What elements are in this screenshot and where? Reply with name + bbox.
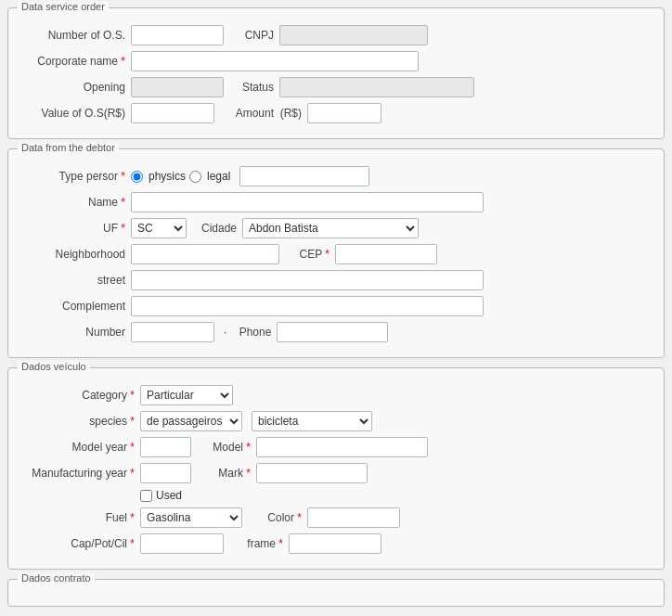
cep-label: CEP * (289, 248, 335, 261)
amount-input[interactable]: 0,00 (307, 103, 381, 123)
street-input[interactable] (131, 270, 484, 290)
debtor-section: Data from the debtor Type persor * physi… (7, 148, 665, 358)
debtor-title: Data from the debtor (18, 142, 119, 153)
row-complement: Complement (19, 296, 653, 316)
opening-label: Opening (19, 81, 131, 94)
row-number-phone: Number · Phone ( ) - (19, 322, 653, 342)
street-label: street (19, 274, 131, 287)
row-fuel-color: Fuel * Gasolina Álcool Flex Diesel Color… (19, 507, 653, 528)
row-value-amount: Value of O.S(R$) 1,00 Amount (R$) 0,00 (19, 103, 653, 123)
model-label: Model * (200, 441, 256, 454)
number-input[interactable] (131, 322, 214, 342)
color-label: Color * (252, 511, 307, 524)
row-name: Name * 2342342 (19, 192, 653, 212)
row-species: species * de passageiros de carga misto … (19, 411, 653, 431)
row-used: Used (19, 489, 653, 502)
corporate-name-input[interactable] (131, 51, 419, 71)
fuel-select[interactable]: Gasolina Álcool Flex Diesel (140, 507, 242, 528)
status-input[interactable]: Cadastro de Ordem de Serviço (279, 77, 474, 97)
fuel-label: Fuel * (19, 511, 140, 524)
number-os-label: Number of O.S. (19, 29, 131, 42)
uf-label: UF * (19, 222, 131, 235)
neighborhood-input[interactable] (131, 244, 279, 264)
model-year-label: Model year * (19, 441, 140, 454)
species-select[interactable]: de passageiros de carga misto (140, 411, 242, 431)
category-label: Category * (19, 389, 140, 402)
value-os-label: Value of O.S(R$) (19, 107, 131, 120)
status-label: Status (233, 81, 279, 94)
row-corporate-name: Corporate name * (19, 51, 653, 71)
name-label: Name * (19, 196, 131, 209)
manufacturing-year-input[interactable]: 2012 (140, 463, 191, 483)
mark-label: Mark * (200, 467, 256, 480)
amount-prefix: (R$) (279, 107, 307, 120)
cnpj-label: CNPJ (233, 29, 279, 42)
contrato-title: Dados contrato (18, 572, 95, 584)
vehicle-section: Dados veículo Category * Particular Come… (7, 367, 665, 570)
phone-input[interactable]: ( ) - (277, 322, 388, 342)
type-person-radio-group: physics legal (131, 170, 230, 183)
uf-select[interactable]: SC SP RJ (131, 218, 187, 238)
number-os-input[interactable] (131, 25, 224, 45)
model-input[interactable]: 234234 (256, 437, 428, 457)
row-street: street (19, 270, 653, 290)
row-number-os: Number of O.S. CNPJ 18.433.638/0001-81 (19, 25, 653, 45)
mark-input[interactable]: 234 (256, 463, 368, 483)
phone-label: Phone (230, 326, 277, 339)
row-uf-cidade: UF * SC SP RJ Cidade Abdon Batista Flori… (19, 218, 653, 238)
used-label: Used (156, 489, 182, 502)
type-person-label: Type persor * (19, 170, 131, 183)
service-order-title: Data service order (18, 1, 109, 12)
color-input[interactable]: 234 (307, 507, 400, 528)
service-order-section: Data service order Number of O.S. CNPJ 1… (7, 7, 665, 139)
cidade-select[interactable]: Abdon Batista Florianópolis (242, 218, 419, 238)
legal-radio[interactable] (189, 171, 201, 183)
cidade-label: Cidade (196, 222, 242, 235)
page: Data service order Number of O.S. CNPJ 1… (0, 0, 672, 616)
frame-input[interactable]: 24324 (289, 533, 381, 554)
row-neighborhood-cep: Neighborhood CEP * 34234-243 (19, 244, 653, 264)
cap-label: Cap/Pot/Cil * (19, 537, 140, 550)
row-cap-frame: Cap/Pot/Cil * 234 frame * 24324 (19, 533, 653, 554)
corporate-name-label: Corporate name * (19, 55, 131, 68)
amount-label: Amount (224, 107, 279, 120)
cnpj-input[interactable]: 18.433.638/0001-81 (279, 25, 428, 45)
used-checkbox[interactable] (140, 490, 152, 502)
complement-label: Complement (19, 300, 131, 313)
type-person-id-input[interactable]: 234.234.234-23 (239, 166, 369, 186)
legal-label: legal (207, 170, 230, 183)
model-year-input[interactable]: 2012 (140, 437, 191, 457)
number-label: Number (19, 326, 131, 339)
cep-input[interactable]: 34234-243 (335, 244, 437, 264)
species-label: species * (19, 415, 140, 428)
name-input[interactable]: 2342342 (131, 192, 484, 212)
row-opening-status: Opening 23/01/2012 Status Cadastro de Or… (19, 77, 653, 97)
opening-input[interactable]: 23/01/2012 (131, 77, 224, 97)
row-type-person: Type persor * physics legal 234.234.234-… (19, 166, 653, 186)
complement-input[interactable] (131, 296, 484, 316)
neighborhood-label: Neighborhood (19, 248, 131, 261)
cap-input[interactable]: 234 (140, 533, 224, 554)
used-checkbox-label[interactable]: Used (140, 489, 182, 502)
contrato-section: Dados contrato (7, 579, 665, 607)
manufacturing-year-label: Manufacturing year * (19, 467, 140, 480)
frame-label: frame * (233, 537, 289, 550)
physics-radio[interactable] (131, 171, 143, 183)
row-model-year-model: Model year * 2012 Model * 234234 (19, 437, 653, 457)
vehicle-title: Dados veículo (18, 361, 90, 372)
physics-label: physics (149, 170, 186, 183)
row-manufacturing-mark: Manufacturing year * 2012 Mark * 234 (19, 463, 653, 483)
species2-select[interactable]: bicicleta motocicleta automóvel (252, 411, 372, 431)
value-os-input[interactable]: 1,00 (131, 103, 214, 123)
row-category: Category * Particular Comercial Oficial (19, 385, 653, 405)
category-select[interactable]: Particular Comercial Oficial (140, 385, 233, 405)
